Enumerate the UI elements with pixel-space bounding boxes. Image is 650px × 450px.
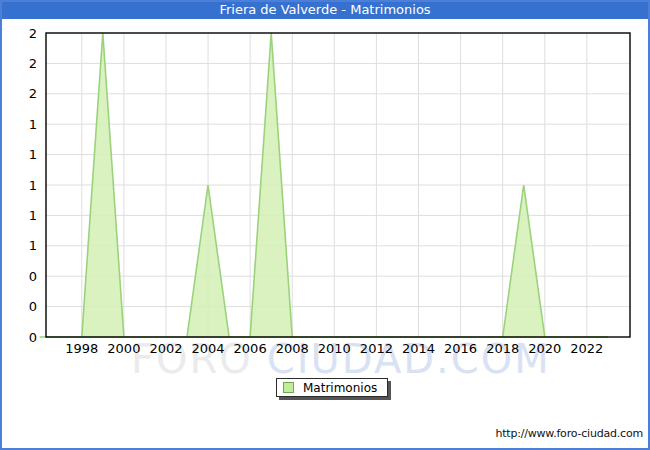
legend-swatch-icon (283, 382, 294, 393)
y-tick-label: 1 (29, 238, 37, 253)
x-tick-label: 2012 (360, 341, 393, 356)
y-tick-label: 1 (29, 178, 37, 193)
legend: Matrimonios (276, 378, 388, 397)
x-tick-label: 2006 (234, 341, 267, 356)
y-tick-label: 2 (29, 56, 37, 71)
y-tick-label: 2 (29, 26, 37, 41)
y-tick-label: 0 (29, 330, 37, 345)
x-tick-label: 2016 (444, 341, 477, 356)
chart-title: Friera de Valverde - Matrimonios (0, 0, 650, 19)
x-tick-label: 1998 (65, 341, 98, 356)
x-tick-label: 2000 (107, 341, 140, 356)
y-tick-label: 1 (29, 147, 37, 162)
footer-url: http://www.foro-ciudad.com (495, 427, 643, 440)
x-tick-label: 2020 (528, 341, 561, 356)
x-tick-label: 2008 (276, 341, 309, 356)
x-tick-label: 2002 (149, 341, 182, 356)
y-tick-label: 0 (29, 269, 37, 284)
x-tick-label: 2018 (486, 341, 519, 356)
y-tick-label: 1 (29, 208, 37, 223)
y-tick-label: 1 (29, 117, 37, 132)
chart-frame: Friera de Valverde - Matrimonios FOROCIU… (0, 0, 650, 450)
x-tick-label: 2014 (402, 341, 435, 356)
legend-label: Matrimonios (303, 381, 377, 395)
x-tick-label: 2004 (191, 341, 224, 356)
x-tick-label: 2022 (570, 341, 603, 356)
x-tick-label: 2010 (318, 341, 351, 356)
y-tick-label: 2 (29, 86, 37, 101)
y-tick-label: 0 (29, 299, 37, 314)
